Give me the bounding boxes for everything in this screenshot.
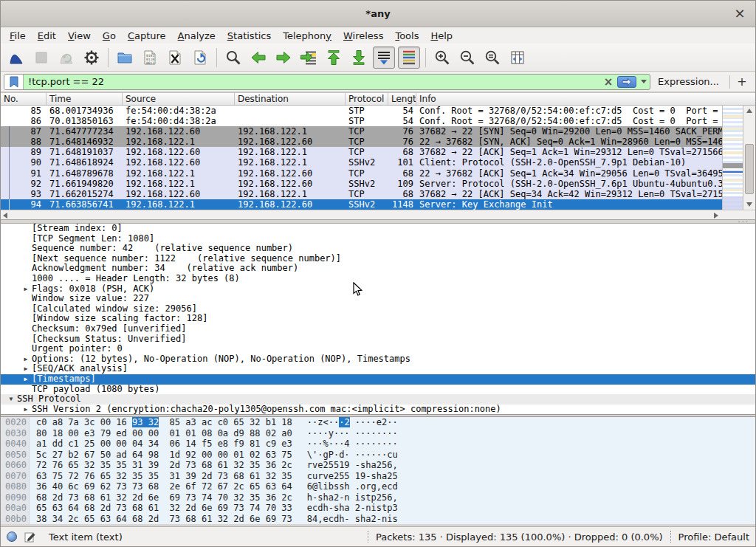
close-button[interactable]: ×	[732, 6, 748, 22]
filter-clear-button[interactable]: ×	[601, 75, 616, 89]
detail-tree-item[interactable]: ▶ SSH Version 2 (encryption:chacha20-pol…	[1, 405, 755, 414]
tree-expander-icon[interactable]	[20, 274, 32, 284]
detail-tree-item[interactable]: Window size value: 227	[1, 294, 755, 304]
scroll-down-arrow[interactable]	[743, 199, 755, 210]
filter-bookmark-button[interactable]	[4, 75, 24, 89]
scroll-up-arrow[interactable]	[743, 106, 755, 116]
menubar-item[interactable]: Capture	[122, 29, 172, 43]
resize-columns-button[interactable]	[506, 47, 529, 69]
hex-row[interactable]: 00a0 65 63 64 68 2d 73 68 61 32 2d 6e 69…	[1, 503, 755, 514]
packet-list-minimap[interactable]	[722, 106, 743, 210]
add-filter-button[interactable]: +	[733, 75, 751, 89]
menubar-item[interactable]: Analyze	[172, 29, 221, 43]
tree-expander-icon[interactable]	[20, 314, 32, 324]
stop-capture-button[interactable]	[30, 47, 52, 69]
column-header[interactable]: Info	[416, 93, 755, 105]
tree-expander-icon[interactable]	[20, 224, 32, 234]
hex-row[interactable]: 0060 72 76 65 32 35 35 31 39 2d 73 68 61…	[1, 460, 755, 471]
packet-row[interactable]: 91 71.648789678 192.168.122.1 192.168.12…	[1, 168, 722, 179]
detail-tree-item[interactable]: [TCP Segment Len: 1080]	[1, 234, 755, 244]
expression-button[interactable]: Expression...	[650, 76, 726, 87]
tree-expander-icon[interactable]: ▶	[20, 284, 32, 295]
reload-file-button[interactable]	[189, 47, 211, 69]
detail-tree-item[interactable]: [Calculated window size: 29056]	[1, 304, 755, 314]
packet-row[interactable]: 85 68.001734936 fe:54:00:d4:38:2a STP 54…	[1, 106, 722, 116]
hex-row[interactable]: 0070 63 75 72 76 65 32 35 35 31 39 2d 73…	[1, 471, 755, 482]
packet-row[interactable]: 93 71.662015274 192.168.122.60 192.168.1…	[1, 189, 722, 199]
tree-expander-icon[interactable]: ▼	[5, 394, 17, 405]
hex-row[interactable]: 0080 36 40 6c 69 62 73 73 68 2e 6f 72 67…	[1, 481, 755, 492]
zoom-reset-button[interactable]	[481, 47, 504, 69]
detail-tree-item[interactable]: ▶ [SEQ/ACK analysis]	[1, 364, 755, 374]
column-header[interactable]: Time	[47, 93, 123, 105]
detail-tree-item[interactable]: [Next sequence number: 1122 (relative se…	[1, 254, 755, 264]
save-file-button[interactable]: 010101100011	[139, 47, 161, 69]
display-filter-input[interactable]	[24, 75, 601, 89]
packet-row[interactable]: 90 71.648618924 192.168.122.60 192.168.1…	[1, 157, 722, 168]
display-filter-field[interactable]: ×	[4, 74, 650, 90]
hex-row[interactable]: 0040 a1 dd c1 25 00 00 04 34 06 14 f5 e8…	[1, 438, 755, 450]
column-header[interactable]: Source	[123, 93, 235, 105]
close-file-button[interactable]	[164, 47, 186, 69]
tree-expander-icon[interactable]: ▶	[20, 374, 32, 385]
hex-row[interactable]: 0050 5c 27 b2 67 50 ad 64 98 1d 92 00 00…	[1, 450, 755, 461]
packet-list-scrollbar[interactable]	[743, 106, 755, 210]
packet-list-hscrollbar[interactable]	[1, 210, 755, 219]
detail-tree-item[interactable]: [Stream index: 0]	[1, 224, 755, 234]
detail-tree-item[interactable]: ▶ [Timestamps]	[1, 374, 755, 385]
detail-tree-item[interactable]: ▶ Flags: 0x018 (PSH, ACK)	[1, 284, 755, 295]
menubar-item[interactable]: Help	[425, 29, 458, 43]
zoom-out-button[interactable]	[456, 47, 478, 69]
hex-row[interactable]: 0090 68 2d 73 68 61 32 2d 6e 69 73 74 70…	[1, 492, 755, 503]
tree-expander-icon[interactable]	[20, 385, 32, 395]
go-forward-button[interactable]	[272, 47, 295, 69]
column-header[interactable]: Protocol	[346, 93, 388, 105]
tree-expander-icon[interactable]	[20, 344, 32, 354]
go-to-packet-button[interactable]	[298, 47, 320, 69]
column-header[interactable]: No.	[1, 93, 47, 105]
hex-row[interactable]: 00b0 38 34 2c 65 63 64 68 2d 73 68 61 32…	[1, 514, 755, 525]
menubar-item[interactable]: Edit	[32, 29, 62, 43]
packet-row[interactable]: 89 71.648191037 192.168.122.60 192.168.1…	[1, 147, 722, 157]
packet-row[interactable]: 87 71.647777234 192.168.122.60 192.168.1…	[1, 126, 722, 137]
tree-expander-icon[interactable]	[20, 264, 32, 274]
menubar-item[interactable]: Telephony	[277, 29, 337, 43]
scrollbar-thumb[interactable]	[745, 144, 754, 194]
open-file-button[interactable]	[114, 47, 136, 69]
menubar-item[interactable]: Go	[97, 29, 122, 43]
detail-tree-item[interactable]: 1000 .... = Header Length: 32 bytes (8)	[1, 274, 755, 284]
auto-scroll-button[interactable]	[373, 47, 395, 69]
restart-capture-button[interactable]	[55, 47, 78, 69]
column-header[interactable]: Destination	[235, 93, 346, 105]
tree-expander-icon[interactable]	[20, 294, 32, 304]
detail-tree-item[interactable]: Checksum: 0x79ed [unverified]	[1, 324, 755, 334]
start-capture-button[interactable]	[5, 47, 27, 69]
tree-expander-icon[interactable]: ▶	[20, 405, 32, 414]
detail-tree-item[interactable]: Sequence number: 42 (relative sequence n…	[1, 244, 755, 254]
pane-splitter[interactable]: ···	[1, 219, 755, 224]
capture-comment-icon[interactable]	[24, 531, 35, 543]
profile-label[interactable]: Profile: Default	[678, 531, 749, 543]
menubar-item[interactable]: Wireless	[337, 29, 389, 43]
tree-expander-icon[interactable]	[20, 254, 32, 264]
expert-info-icon[interactable]	[7, 531, 17, 542]
column-header[interactable]: Length	[388, 93, 416, 105]
scroll-left-arrow[interactable]	[3, 213, 7, 219]
tree-expander-icon[interactable]	[20, 304, 32, 314]
packet-row[interactable]: 92 71.661949820 192.168.122.1 192.168.12…	[1, 179, 722, 189]
tree-expander-icon[interactable]: ▶	[20, 354, 32, 365]
detail-tree-item[interactable]: [Checksum Status: Unverified]	[1, 334, 755, 345]
find-packet-button[interactable]	[222, 47, 244, 69]
detail-tree-item[interactable]: [Window size scaling factor: 128]	[1, 314, 755, 324]
zoom-in-button[interactable]	[431, 47, 453, 69]
packet-row[interactable]: 94 71.663856741 192.168.122.1 192.168.12…	[1, 199, 722, 210]
tree-expander-icon[interactable]	[20, 324, 32, 334]
go-last-button[interactable]	[348, 47, 370, 69]
menubar-item[interactable]: File	[4, 29, 32, 43]
detail-tree-item[interactable]: TCP payload (1080 bytes)	[1, 385, 755, 395]
packet-row[interactable]: 88 71.648146932 192.168.122.1 192.168.12…	[1, 137, 722, 147]
detail-tree-item[interactable]: Urgent pointer: 0	[1, 344, 755, 354]
menubar-item[interactable]: Tools	[389, 29, 425, 43]
capture-options-button[interactable]	[80, 47, 103, 69]
go-first-button[interactable]	[323, 47, 345, 69]
